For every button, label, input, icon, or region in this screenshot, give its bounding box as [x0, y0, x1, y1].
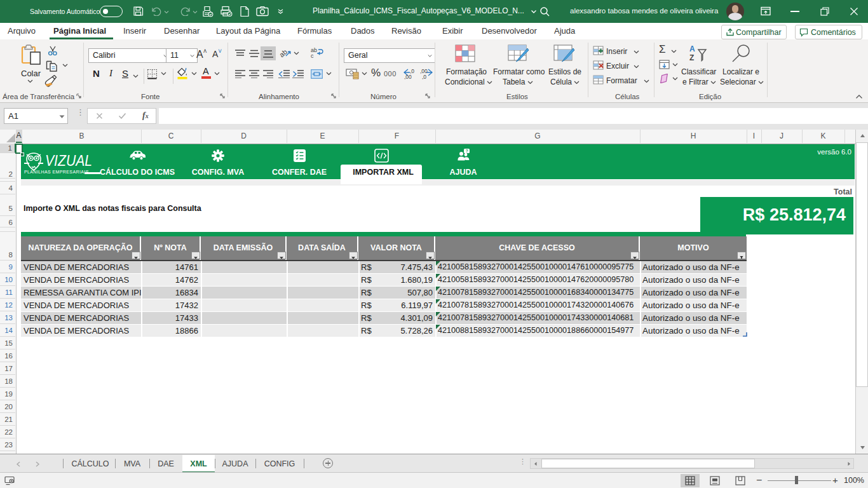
svg-text:Z: Z [689, 53, 694, 62]
svg-text:ab: ab [280, 48, 288, 58]
svg-text:c: c [311, 53, 314, 58]
svg-text:,0: ,0 [422, 74, 426, 79]
svg-text:?: ? [466, 149, 468, 153]
svg-text:,00: ,00 [404, 74, 412, 79]
svg-text:VIZUAL: VIZUAL [45, 152, 92, 169]
svg-text:A: A [689, 44, 695, 53]
